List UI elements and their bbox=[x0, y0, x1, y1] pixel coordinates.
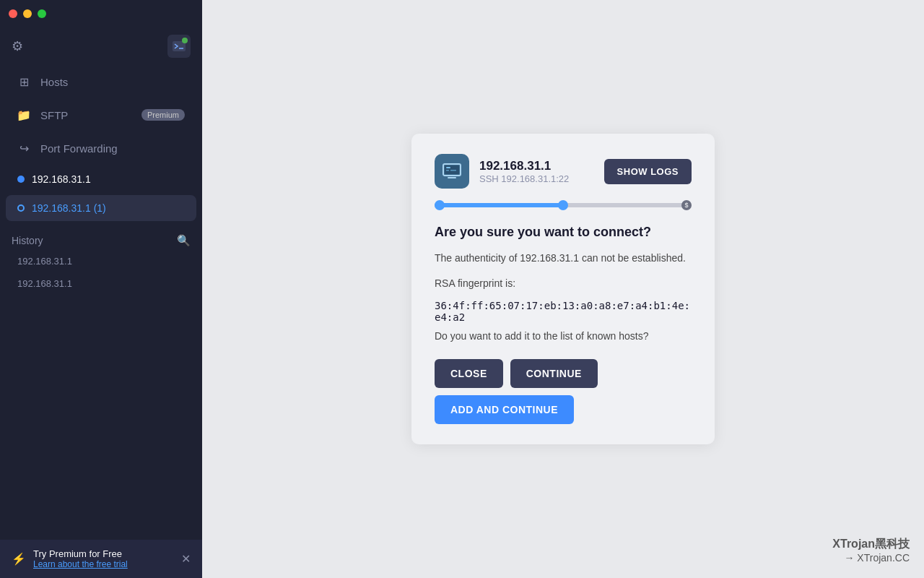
history-title: History bbox=[12, 235, 43, 246]
history-item[interactable]: 192.168.31.1 bbox=[0, 272, 202, 295]
dialog-header: 192.168.31.1 SSH 192.168.31.1:22 SHOW LO… bbox=[435, 154, 692, 189]
host-details: 192.168.31.1 SSH 192.168.31.1:22 bbox=[479, 159, 569, 184]
warning-question: Do you want to add it to the list of kno… bbox=[435, 330, 692, 342]
premium-text: Try Premium for Free Learn about the fre… bbox=[33, 548, 174, 569]
settings-icon[interactable]: ⚙ bbox=[12, 38, 23, 54]
sidebar-item-label: Port Forwarding bbox=[40, 142, 185, 155]
watermark-line1: XTrojan黑科技 bbox=[832, 537, 910, 552]
main-content: 192.168.31.1 SSH 192.168.31.1:22 SHOW LO… bbox=[202, 0, 924, 578]
close-banner-button[interactable]: ✕ bbox=[181, 552, 191, 566]
sidebar-item-label: SFTP bbox=[40, 109, 131, 121]
titlebar bbox=[0, 0, 202, 27]
connection-dot bbox=[17, 176, 25, 183]
watermark: XTrojan黑科技 → XTrojan.CC bbox=[832, 537, 910, 564]
ssh-info: SSH 192.168.31.1:22 bbox=[479, 173, 569, 184]
warning-title: Are you sure you want to connect? bbox=[435, 225, 692, 240]
warning-body: The authenticity of 192.168.31.1 can not… bbox=[435, 250, 692, 266]
svg-rect-4 bbox=[446, 167, 450, 168]
sidebar-item-sftp[interactable]: 📁 SFTP Premium bbox=[6, 100, 196, 130]
premium-title: Try Premium for Free bbox=[33, 548, 174, 559]
lightning-icon: ⚡ bbox=[12, 552, 26, 566]
svg-rect-8 bbox=[448, 177, 456, 178]
progress-dot-start bbox=[435, 200, 445, 210]
show-logs-button[interactable]: SHOW LOGS bbox=[604, 159, 692, 184]
sidebar-item-label: Hosts bbox=[40, 76, 185, 88]
progress-dot-middle bbox=[558, 200, 568, 210]
selected-dot bbox=[17, 204, 25, 212]
history-section-header: History 🔍 bbox=[0, 223, 202, 250]
add-and-continue-button[interactable]: ADD AND CONTINUE bbox=[435, 395, 574, 424]
sidebar-top: ⚙ bbox=[0, 27, 202, 65]
progress-dot-end: $ bbox=[681, 200, 692, 210]
premium-subtitle[interactable]: Learn about the free trial bbox=[33, 559, 174, 569]
host-icon bbox=[435, 154, 469, 189]
selected-tab-label: 192.168.31.1 (1) bbox=[32, 202, 106, 214]
svg-rect-5 bbox=[446, 170, 449, 171]
host-info: 192.168.31.1 SSH 192.168.31.1:22 bbox=[435, 154, 569, 189]
sidebar-item-hosts[interactable]: ⊞ Hosts bbox=[6, 66, 196, 97]
dialog-actions: CLOSE CONTINUE ADD AND CONTINUE bbox=[435, 359, 692, 424]
active-connection-item[interactable]: 192.168.31.1 bbox=[6, 166, 196, 192]
premium-banner: ⚡ Try Premium for Free Learn about the f… bbox=[0, 540, 202, 578]
close-button[interactable]: CLOSE bbox=[435, 359, 503, 388]
progress-bar: $ bbox=[411, 203, 715, 207]
grid-icon: ⊞ bbox=[17, 75, 30, 88]
continue-button[interactable]: CONTINUE bbox=[510, 359, 598, 388]
history-item[interactable]: 192.168.31.1 bbox=[0, 250, 202, 272]
hostname: 192.168.31.1 bbox=[479, 159, 569, 173]
fingerprint: 36:4f:ff:65:07:17:eb:13:a0:a8:e7:a4:b1:4… bbox=[435, 300, 692, 323]
folder-icon: 📁 bbox=[17, 108, 30, 121]
port-forwarding-icon: ↪ bbox=[17, 142, 30, 155]
selected-tab-item[interactable]: 192.168.31.1 (1) bbox=[6, 195, 196, 221]
terminal-button[interactable] bbox=[167, 35, 191, 58]
traffic-light-green[interactable] bbox=[38, 9, 46, 18]
dialog-card: 192.168.31.1 SSH 192.168.31.1:22 SHOW LO… bbox=[411, 134, 715, 444]
watermark-line2: → XTrojan.CC bbox=[832, 552, 910, 564]
sidebar-item-port-forwarding[interactable]: ↪ Port Forwarding bbox=[6, 133, 196, 163]
progress-dots: $ bbox=[435, 200, 692, 210]
traffic-light-yellow[interactable] bbox=[23, 9, 32, 18]
rsa-label: RSA fingerprint is: bbox=[435, 275, 692, 291]
sidebar: ⚙ ⊞ Hosts 📁 SFTP Premium ↪ Port Forwardi… bbox=[0, 0, 202, 578]
traffic-light-red[interactable] bbox=[9, 9, 17, 18]
svg-rect-6 bbox=[450, 170, 456, 171]
search-icon[interactable]: 🔍 bbox=[177, 234, 191, 247]
premium-badge: Premium bbox=[141, 109, 185, 121]
active-connection-label: 192.168.31.1 bbox=[32, 173, 91, 185]
terminal-dot bbox=[182, 38, 188, 43]
